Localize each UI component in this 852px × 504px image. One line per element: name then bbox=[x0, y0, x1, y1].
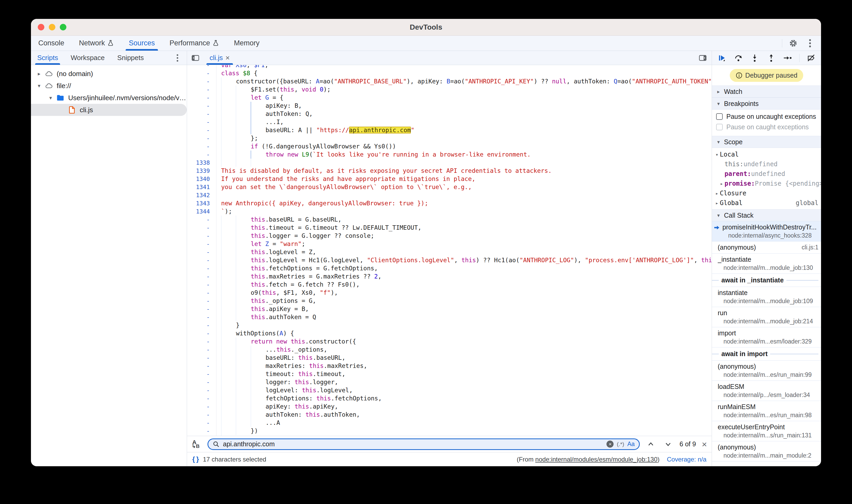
call-stack-frame[interactable]: (anonymous)node:internal/m...main_module… bbox=[712, 441, 821, 462]
call-stack-frame[interactable]: instantiatenode:internal/m...module_job:… bbox=[712, 287, 821, 307]
line-number-gutter[interactable]: - bbox=[187, 289, 216, 297]
line-number-gutter[interactable]: 1340 bbox=[187, 175, 216, 183]
step-icon[interactable] bbox=[783, 52, 793, 64]
line-number-gutter[interactable]: - bbox=[187, 321, 216, 329]
scope-group-local[interactable]: ▾Local bbox=[712, 149, 821, 159]
from-source-link[interactable]: node:internal/modules/esm/module_job:130 bbox=[535, 456, 658, 463]
tree-expander-icon[interactable]: ▾ bbox=[35, 83, 43, 89]
line-number-gutter[interactable]: - bbox=[187, 329, 216, 338]
search-input[interactable]: api.anthropic.com × (.*) Aa bbox=[208, 438, 640, 450]
deactivate-breakpoints-icon[interactable] bbox=[806, 52, 816, 64]
line-number-gutter[interactable]: - bbox=[187, 370, 216, 378]
line-number-gutter[interactable]: - bbox=[187, 386, 216, 394]
line-number-gutter[interactable]: - bbox=[187, 305, 216, 313]
line-number-gutter[interactable]: - bbox=[187, 435, 216, 436]
line-number-gutter[interactable]: - bbox=[187, 86, 216, 94]
line-number-gutter[interactable]: - bbox=[187, 419, 216, 427]
line-number-gutter[interactable]: - bbox=[187, 281, 216, 289]
more-options-kebab-icon[interactable] bbox=[804, 37, 816, 49]
line-number-gutter[interactable]: - bbox=[187, 362, 216, 370]
line-number-gutter[interactable]: - bbox=[187, 256, 216, 264]
tree-expander-icon[interactable]: ▾ bbox=[46, 95, 55, 101]
pretty-print-braces-button[interactable]: { } bbox=[192, 455, 199, 463]
code-editor[interactable]: -var Xs0, $F1;-class $8 {- constructor({… bbox=[187, 65, 712, 436]
step-into-icon[interactable] bbox=[750, 52, 760, 64]
watch-section-header[interactable]: ▸Watch bbox=[712, 86, 821, 97]
line-number-gutter[interactable]: - bbox=[187, 338, 216, 346]
tab-sources[interactable]: Sources bbox=[122, 36, 162, 51]
tab-network[interactable]: Network bbox=[72, 36, 122, 51]
line-number-gutter[interactable]: 1344 bbox=[187, 208, 216, 216]
next-match-chevron-down-icon[interactable] bbox=[662, 438, 674, 450]
step-over-icon[interactable] bbox=[734, 52, 743, 64]
replace-ab-icon[interactable]: A↳B bbox=[192, 439, 204, 449]
call-stack-frame[interactable]: runMainESMnode:internal/m...es/run_main:… bbox=[712, 401, 821, 421]
line-number-gutter[interactable]: - bbox=[187, 110, 216, 118]
line-number-gutter[interactable]: 1341 bbox=[187, 183, 216, 191]
line-number-gutter[interactable]: - bbox=[187, 411, 216, 419]
tree-item-file-[interactable]: ▾file:// bbox=[31, 80, 187, 92]
line-number-gutter[interactable]: - bbox=[187, 134, 216, 142]
editor-tab-clijs[interactable]: cli.js × bbox=[205, 51, 234, 65]
call-stack-section-header[interactable]: ▾Call Stack bbox=[712, 209, 821, 221]
line-number-gutter[interactable]: - bbox=[187, 264, 216, 272]
resume-script-icon[interactable] bbox=[717, 52, 727, 64]
tree-item-users-jinhuilee-nvm-versions-node-v2-[interactable]: ▾Users/jinhuilee/.nvm/versions/node/v2… bbox=[31, 92, 187, 104]
tab-memory[interactable]: Memory bbox=[227, 36, 267, 51]
close-search-icon[interactable]: × bbox=[702, 440, 707, 449]
settings-gear-icon[interactable] bbox=[787, 37, 799, 49]
scope-group-closure[interactable]: ▸Closure bbox=[712, 188, 821, 198]
clear-search-icon[interactable]: × bbox=[606, 440, 614, 448]
scope-variable-promise[interactable]: ▸promise: Promise {<pending>} bbox=[712, 179, 821, 188]
call-stack-frame[interactable]: promiseInitHookWithDestroyTr...node:inte… bbox=[712, 221, 821, 241]
line-number-gutter[interactable]: - bbox=[187, 118, 216, 126]
call-stack-frame[interactable]: _instantiatenode:internal/m...module_job… bbox=[712, 254, 821, 274]
line-number-gutter[interactable]: - bbox=[187, 240, 216, 248]
line-number-gutter[interactable]: - bbox=[187, 65, 216, 69]
checkbox[interactable] bbox=[716, 124, 723, 130]
call-stack-frame[interactable]: (anonymous)cli.js:1 bbox=[712, 241, 821, 254]
regex-toggle[interactable]: (.*) bbox=[617, 441, 624, 447]
call-stack-frame[interactable]: executeUserEntryPointnode:internal/m...s… bbox=[712, 421, 821, 441]
line-number-gutter[interactable]: - bbox=[187, 427, 216, 435]
line-number-gutter[interactable]: - bbox=[187, 142, 216, 150]
line-number-gutter[interactable]: - bbox=[187, 394, 216, 402]
sidebar-tab-workspace[interactable]: Workspace bbox=[64, 51, 111, 65]
tree-expander-icon[interactable]: ▸ bbox=[35, 71, 43, 77]
call-stack-frame[interactable]: (anonymous)node:internal/m...es/run_main… bbox=[712, 361, 821, 381]
call-stack-frame[interactable]: runnode:internal/m...module_job:214 bbox=[712, 307, 821, 327]
sidebar-tab-scripts[interactable]: Scripts bbox=[31, 51, 64, 65]
call-stack-frame[interactable]: importnode:internal/m...esm/loader:329 bbox=[712, 327, 821, 347]
toggle-right-panel-icon[interactable] bbox=[697, 52, 709, 64]
tab-performance[interactable]: Performance bbox=[162, 36, 227, 51]
line-number-gutter[interactable]: - bbox=[187, 150, 216, 159]
tree-item-cli-js[interactable]: cli.js bbox=[31, 104, 187, 116]
breakpoint-option[interactable]: Pause on caught exceptions bbox=[712, 122, 821, 132]
step-out-icon[interactable] bbox=[766, 52, 776, 64]
line-number-gutter[interactable]: 1339 bbox=[187, 167, 216, 175]
line-number-gutter[interactable]: - bbox=[187, 354, 216, 362]
close-tab-icon[interactable]: × bbox=[226, 54, 230, 62]
line-number-gutter[interactable]: - bbox=[187, 69, 216, 77]
line-number-gutter[interactable]: - bbox=[187, 313, 216, 321]
previous-match-chevron-up-icon[interactable] bbox=[645, 438, 657, 450]
line-number-gutter[interactable]: - bbox=[187, 272, 216, 281]
line-number-gutter[interactable]: - bbox=[187, 126, 216, 134]
coverage-link[interactable]: Coverage: n/a bbox=[667, 456, 706, 463]
line-number-gutter[interactable]: - bbox=[187, 297, 216, 305]
breakpoint-option[interactable]: Pause on uncaught exceptions bbox=[712, 111, 821, 122]
line-number-gutter[interactable]: 1338 bbox=[187, 159, 216, 167]
scope-variable-parent[interactable]: parent: undefined bbox=[712, 169, 821, 179]
line-number-gutter[interactable]: 1343 bbox=[187, 199, 216, 208]
toggle-left-panel-icon[interactable] bbox=[190, 52, 201, 64]
line-number-gutter[interactable]: - bbox=[187, 77, 216, 86]
sidebar-more-kebab-icon[interactable] bbox=[172, 52, 183, 64]
line-number-gutter[interactable]: - bbox=[187, 216, 216, 224]
line-number-gutter[interactable]: - bbox=[187, 378, 216, 386]
line-number-gutter[interactable]: - bbox=[187, 232, 216, 240]
checkbox[interactable] bbox=[716, 113, 723, 120]
scope-section-header[interactable]: ▾Scope bbox=[712, 136, 821, 148]
line-number-gutter[interactable]: - bbox=[187, 248, 216, 256]
line-number-gutter[interactable]: - bbox=[187, 94, 216, 102]
scope-variable-this[interactable]: this: undefined bbox=[712, 159, 821, 169]
